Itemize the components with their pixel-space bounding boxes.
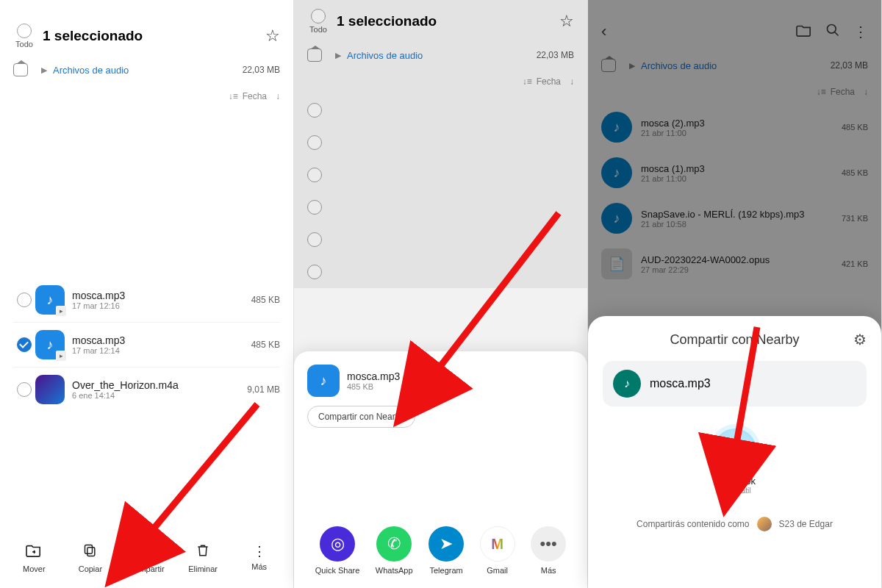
move-icon <box>26 543 42 562</box>
audio-file-icon: ♪ <box>35 285 65 315</box>
file-row[interactable]: ♪ mosca.mp3 17 mar 12:16 485 KB <box>13 278 280 323</box>
laptop-icon <box>714 429 756 471</box>
sort-label[interactable]: Fecha <box>243 91 267 101</box>
nearby-file-name: mosca.mp3 <box>650 377 711 390</box>
file-size: 9,01 MB <box>247 384 280 395</box>
svg-rect-9 <box>728 443 742 453</box>
copy-button[interactable]: Copiar <box>68 543 112 573</box>
file-checkbox[interactable] <box>17 382 32 397</box>
file-date: 17 mar 12:16 <box>72 301 251 310</box>
nearby-share-sheet: Compartir con Nearby ⚙ ♪ mosca.mp3 Mateb… <box>588 316 881 588</box>
whatsapp-icon: ✆ <box>376 526 412 562</box>
file-name: mosca.mp3 <box>72 334 251 346</box>
select-all-checkbox[interactable] <box>311 9 326 24</box>
file-checkbox[interactable] <box>307 200 322 215</box>
file-name: mosca.mp3 <box>72 290 251 301</box>
delete-button[interactable]: Eliminar <box>181 543 225 573</box>
more-apps[interactable]: ••• Más <box>531 526 566 575</box>
file-name: Over_the_Horizon.m4a <box>72 379 247 391</box>
nearby-share-chip[interactable]: Compartir con Nearby <box>307 406 415 428</box>
share-sheet: ♪ mosca.mp3 485 KB Compartir con Nearby … <box>294 351 587 588</box>
home-folder-icon[interactable] <box>13 63 28 76</box>
breadcrumb: ▶ Archivos de audio 22,03 MB <box>294 38 587 69</box>
selection-title: 1 seleccionado <box>337 13 559 29</box>
select-all-checkbox[interactable] <box>17 24 32 38</box>
telegram-app[interactable]: ➤ Telegram <box>429 526 464 575</box>
sort-icon[interactable]: ↓≡ <box>523 76 532 87</box>
nearby-device[interactable]: Matebook Tu portátil <box>714 429 756 495</box>
nearby-footer-user[interactable]: S23 de Edgar <box>779 519 833 529</box>
device-sub: Tu portátil <box>718 487 750 495</box>
user-avatar[interactable] <box>757 517 772 531</box>
copy-icon <box>83 543 98 562</box>
telegram-icon: ➤ <box>429 526 464 562</box>
audio-file-icon: ♪ <box>307 365 340 397</box>
file-date: 6 ene 14:14 <box>72 391 247 400</box>
action-bar: Mover Copiar Compartir Eliminar ⋮ Más <box>0 534 293 588</box>
breadcrumb-caret-icon: ▶ <box>41 65 47 75</box>
file-checkbox[interactable] <box>307 265 322 279</box>
media-file-icon <box>35 375 65 404</box>
settings-icon[interactable]: ⚙ <box>853 331 867 348</box>
share-file-name: mosca.mp3 <box>347 370 400 382</box>
more-button[interactable]: ⋮ Más <box>237 543 282 573</box>
nearby-title: Compartir con Nearby <box>603 332 867 348</box>
breadcrumb-size: 22,03 MB <box>537 50 574 60</box>
quick-share-app[interactable]: ◎ Quick Share <box>315 526 360 575</box>
share-icon <box>139 543 154 562</box>
sort-icon[interactable]: ↓≡ <box>229 91 238 101</box>
file-checkbox[interactable] <box>17 337 32 352</box>
svg-rect-1 <box>85 545 92 554</box>
sort-direction-icon[interactable]: ↓ <box>276 91 280 101</box>
nearby-footer-label: Compartirás contenido como <box>637 519 749 529</box>
whatsapp-app[interactable]: ✆ WhatsApp <box>376 526 413 575</box>
select-all-label: Todo <box>309 25 327 34</box>
breadcrumb: ▶ Archivos de audio 22,03 MB <box>0 53 293 84</box>
audio-file-icon: ♪ <box>613 370 641 398</box>
file-checkbox[interactable] <box>307 103 322 118</box>
quick-share-icon: ◎ <box>320 526 355 562</box>
gmail-app[interactable]: M Gmail <box>480 526 515 575</box>
audio-file-icon: ♪ <box>35 330 65 359</box>
more-vertical-icon: ⋮ <box>253 543 266 559</box>
file-size: 485 KB <box>251 340 280 350</box>
sort-direction-icon[interactable]: ↓ <box>570 76 574 87</box>
svg-rect-0 <box>87 548 95 556</box>
svg-line-5 <box>147 404 257 537</box>
gmail-icon: M <box>480 526 515 562</box>
nearby-file-chip: ♪ mosca.mp3 <box>603 361 867 406</box>
file-date: 17 mar 12:14 <box>72 346 251 355</box>
file-checkbox[interactable] <box>307 168 322 182</box>
file-checkbox[interactable] <box>17 293 32 307</box>
file-manager-selection-panel: Todo 1 seleccionado ☆ ▶ Archivos de audi… <box>0 0 294 588</box>
nearby-share-panel: ‹ ⋮ ▶ Archivos de audio 22,03 MB ↓≡ Fech… <box>588 0 882 588</box>
selection-title: 1 seleccionado <box>43 28 265 44</box>
file-row[interactable]: ♪ mosca.mp3 17 mar 12:14 485 KB <box>13 323 280 368</box>
device-name: Matebook <box>714 476 756 487</box>
file-checkbox[interactable] <box>307 232 322 247</box>
breadcrumb-link[interactable]: Archivos de audio <box>347 50 423 61</box>
share-sheet-panel: Todo 1 seleccionado ☆ ▶ Archivos de audi… <box>294 0 588 588</box>
favorite-icon[interactable]: ☆ <box>559 12 574 31</box>
share-button[interactable]: Compartir <box>124 543 168 573</box>
select-all-label: Todo <box>15 40 33 49</box>
favorite-icon[interactable]: ☆ <box>265 26 280 46</box>
trash-icon <box>196 543 210 562</box>
file-checkbox[interactable] <box>307 135 322 150</box>
more-horizontal-icon: ••• <box>531 526 566 562</box>
file-size: 485 KB <box>251 295 280 305</box>
sort-label[interactable]: Fecha <box>537 76 561 87</box>
breadcrumb-caret-icon: ▶ <box>335 51 341 60</box>
home-folder-icon[interactable] <box>307 49 322 62</box>
share-file-size: 485 KB <box>347 382 400 391</box>
breadcrumb-link[interactable]: Archivos de audio <box>53 65 129 76</box>
breadcrumb-size: 22,03 MB <box>243 65 280 75</box>
file-row[interactable]: Over_the_Horizon.m4a 6 ene 14:14 9,01 MB <box>13 368 280 412</box>
move-button[interactable]: Mover <box>12 543 56 573</box>
